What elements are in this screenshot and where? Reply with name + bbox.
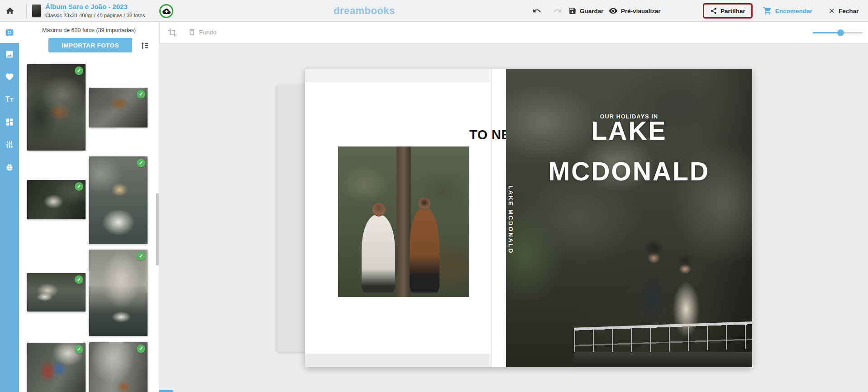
selected-check-icon: ✓ — [137, 159, 145, 167]
photo-limit-text: Máximo de 600 fotos (39 importadas) — [19, 27, 159, 33]
sort-order-icon — [139, 41, 149, 51]
selected-check-icon: ✓ — [75, 66, 83, 75]
figure-man — [410, 208, 439, 293]
selected-check-icon: ✓ — [137, 345, 145, 353]
photo-thumbnail[interactable]: ✓ — [27, 180, 86, 219]
album-subtitle: Classic 23x31 400gr / 40 páginas / 38 fo… — [45, 12, 145, 19]
order-label: Encomendar — [775, 8, 812, 14]
front-cover-title-line1: LAKE — [506, 110, 752, 151]
front-cover-title-line2: MCDONALD — [506, 151, 752, 192]
album-meta: Álbum Sara e João - 2023 Classic 23x31 4… — [45, 3, 145, 19]
adjustments-icon — [5, 140, 14, 149]
photo-thumbnail[interactable]: ✓ — [89, 156, 148, 244]
background-delete-button[interactable]: Fundo — [188, 28, 216, 36]
layouts-icon — [5, 118, 14, 127]
topbar-divider — [26, 4, 27, 18]
close-button[interactable]: Fechar — [828, 0, 858, 22]
photo-thumbnail[interactable]: ✓ — [27, 64, 86, 151]
photos-panel: Máximo de 600 fotos (39 importadas) IMPO… — [19, 22, 159, 392]
editor-canvas: TO NEVER FORGET AUGUST 2023 dreambooks L… — [159, 44, 868, 392]
home-button[interactable] — [5, 0, 14, 22]
bridge-walkway — [574, 352, 752, 367]
photo-thumbnail[interactable]: ✓ — [27, 273, 86, 312]
undo-icon — [532, 6, 541, 15]
top-bar: Álbum Sara e João - 2023 Classic 23x31 4… — [0, 0, 868, 22]
undo-button[interactable] — [532, 0, 541, 22]
heart-icon — [5, 72, 14, 81]
cart-icon — [763, 6, 772, 15]
camera-icon — [5, 28, 14, 37]
sidebar-item-adjustments[interactable] — [0, 133, 19, 156]
share-button-highlighted[interactable]: Partilhar — [703, 3, 753, 19]
preview-label: Pré-visualizar — [621, 8, 661, 14]
selected-check-icon: ✓ — [137, 252, 145, 260]
selected-check-icon: ✓ — [75, 345, 83, 354]
photo-thumbnail[interactable]: ✓ — [89, 342, 148, 392]
photo-thumbnail[interactable]: ✓ — [89, 250, 148, 336]
bug-icon — [5, 163, 14, 172]
save-button[interactable]: Guardar — [568, 0, 604, 22]
sidebar-item-text[interactable]: Tt — [0, 88, 19, 111]
panel-scrollbar[interactable] — [156, 193, 159, 265]
bleed-band-top — [305, 69, 491, 82]
front-cover-title[interactable]: LAKE MCDONALD — [506, 110, 752, 192]
front-cover-photo[interactable]: LAKE MCDONALD OUR HOLIDAYS IN LAKE MCDON… — [506, 69, 752, 367]
spine-title[interactable]: LAKE MCDONALD — [507, 185, 514, 276]
album-title: Álbum Sara e João - 2023 — [45, 3, 145, 11]
redo-button[interactable] — [553, 0, 562, 22]
home-icon — [5, 6, 14, 15]
book-cover-spread[interactable]: TO NEVER FORGET AUGUST 2023 dreambooks L… — [305, 69, 752, 367]
selected-check-icon: ✓ — [75, 275, 83, 284]
order-button[interactable]: Encomendar — [763, 0, 812, 22]
canvas-toolbar: Fundo — [159, 22, 868, 44]
cloud-upload-icon — [162, 7, 171, 15]
bleed-band-bottom — [305, 354, 491, 367]
share-icon — [710, 7, 717, 14]
close-icon — [828, 7, 835, 14]
crop-button[interactable] — [168, 28, 177, 37]
zoom-slider-thumb[interactable] — [837, 29, 844, 36]
save-icon — [568, 7, 577, 15]
figure-woman — [362, 215, 395, 293]
canvas-horizontal-scrollbar[interactable] — [159, 390, 173, 392]
zoom-slider-fill — [813, 32, 840, 33]
save-label: Guardar — [580, 8, 604, 14]
preview-button[interactable]: Pré-visualizar — [609, 0, 661, 22]
share-label: Partilhar — [720, 8, 745, 14]
fold-guide-line — [491, 69, 491, 367]
photo-thumbnail[interactable]: ✓ — [27, 343, 86, 392]
cover-couple — [616, 229, 720, 351]
eye-icon — [609, 6, 618, 15]
photo-thumbnail[interactable]: ✓ — [89, 88, 148, 128]
sidebar-item-bug-report[interactable] — [0, 156, 19, 179]
back-cover-photo[interactable] — [338, 146, 469, 297]
redo-icon — [553, 6, 562, 15]
close-label: Fechar — [839, 8, 858, 14]
zoom-slider[interactable] — [813, 32, 863, 33]
cloud-sync-button[interactable] — [159, 4, 173, 18]
import-photos-button[interactable]: IMPORTAR FOTOS — [48, 38, 132, 52]
crop-icon — [168, 28, 177, 37]
selected-check-icon: ✓ — [75, 182, 83, 191]
selected-check-icon: ✓ — [137, 90, 145, 99]
sidebar-item-layouts[interactable] — [0, 111, 19, 133]
sidebar-item-favorites[interactable] — [0, 66, 19, 88]
images-icon — [5, 50, 14, 59]
sidebar-item-photos[interactable] — [0, 22, 19, 43]
tools-sidebar: Tt — [0, 22, 19, 392]
album-cover-thumbnail[interactable] — [32, 5, 41, 17]
background-label: Fundo — [199, 29, 216, 36]
dreambooks-logo: dreambooks — [334, 5, 395, 17]
sidebar-item-images[interactable] — [0, 43, 19, 66]
text-tool-icon: Tt — [5, 95, 14, 104]
trash-icon — [188, 28, 196, 36]
sort-order-button[interactable] — [139, 41, 150, 52]
